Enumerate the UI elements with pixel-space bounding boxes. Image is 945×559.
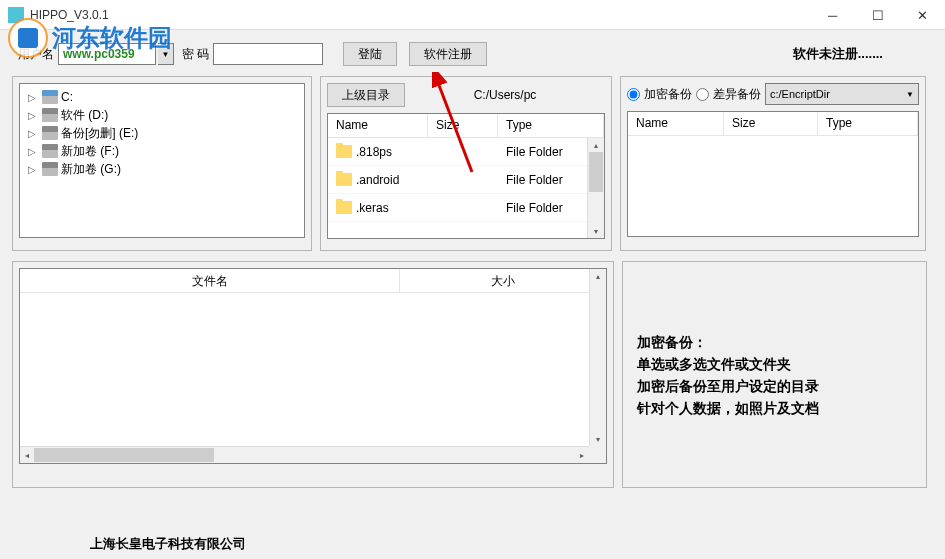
help-line: 加密后备份至用户设定的目录 (637, 375, 920, 397)
register-status: 软件未注册....... (793, 45, 883, 63)
help-line: 单选或多选文件或文件夹 (637, 353, 920, 375)
expand-icon[interactable]: ▷ (28, 110, 39, 121)
drive-panel: ▷ C: ▷ 软件 (D:) ▷ 备份[勿删] (E:) ▷ 新 (12, 76, 312, 251)
drive-item[interactable]: ▷ 软件 (D:) (22, 106, 302, 124)
drive-label: 新加卷 (F:) (61, 143, 119, 160)
file-name: .keras (356, 201, 389, 215)
folder-icon (336, 173, 352, 186)
minimize-button[interactable]: ─ (810, 0, 855, 30)
drive-label: 新加卷 (G:) (61, 161, 121, 178)
window-controls: ─ ☐ ✕ (810, 0, 945, 30)
scroll-down-icon[interactable]: ▾ (588, 224, 604, 238)
footer-company: 上海长皇电子科技有限公司 (90, 535, 246, 553)
table-header: 文件名 大小 (20, 269, 606, 293)
drive-icon (42, 144, 58, 158)
expand-icon[interactable]: ▷ (28, 146, 39, 157)
scroll-up-icon[interactable]: ▴ (590, 269, 606, 283)
radio-diff[interactable] (696, 88, 709, 101)
drive-label: C: (61, 90, 73, 104)
selection-table: 文件名 大小 ▴ ▾ ◂ ▸ (19, 268, 607, 464)
drive-icon (42, 90, 58, 104)
expand-icon[interactable]: ▷ (28, 128, 39, 139)
col-name[interactable]: Name (628, 112, 724, 135)
close-button[interactable]: ✕ (900, 0, 945, 30)
scrollbar-horizontal[interactable]: ◂ ▸ (20, 446, 589, 463)
dest-value: c:/EncriptDir (770, 88, 830, 100)
scroll-down-icon[interactable]: ▾ (590, 432, 606, 446)
scroll-up-icon[interactable]: ▴ (588, 138, 604, 152)
backup-table: Name Size Type (627, 111, 919, 237)
drive-icon (42, 162, 58, 176)
scrollbar-vertical[interactable]: ▴ ▾ (589, 269, 606, 446)
table-header: Name Size Type (628, 112, 918, 136)
col-filesize[interactable]: 大小 (400, 269, 606, 292)
drive-item[interactable]: ▷ C: (22, 88, 302, 106)
scroll-thumb[interactable] (34, 448, 214, 462)
password-label: 密 码 (182, 46, 209, 63)
drive-item[interactable]: ▷ 新加卷 (F:) (22, 142, 302, 160)
encrypt-backup-radio[interactable]: 加密备份 (627, 86, 692, 103)
scroll-right-icon[interactable]: ▸ (575, 447, 589, 463)
scroll-thumb[interactable] (589, 152, 603, 192)
drive-item[interactable]: ▷ 备份[勿删] (E:) (22, 124, 302, 142)
folder-icon (336, 145, 352, 158)
radio-encrypt[interactable] (627, 88, 640, 101)
register-button[interactable]: 软件注册 (409, 42, 487, 66)
watermark: 河东软件园 (8, 18, 172, 58)
help-text: 加密备份： 单选或多选文件或文件夹 加密后备份至用户设定的目录 针对个人数据，如… (629, 331, 920, 419)
drive-icon (42, 108, 58, 122)
file-name: .818ps (356, 145, 392, 159)
backup-panel: 加密备份 差异备份 c:/EncriptDir ▼ Name Size Type (620, 76, 926, 251)
password-input[interactable] (213, 43, 323, 65)
scrollbar-vertical[interactable]: ▴ ▾ (587, 138, 604, 238)
scroll-corner (589, 446, 606, 463)
watermark-text: 河东软件园 (52, 22, 172, 54)
col-name[interactable]: Name (328, 114, 428, 137)
login-button[interactable]: 登陆 (343, 42, 397, 66)
table-row[interactable]: .keras File Folder (328, 194, 604, 222)
up-dir-button[interactable]: 上级目录 (327, 83, 405, 107)
file-name: .android (356, 173, 399, 187)
maximize-button[interactable]: ☐ (855, 0, 900, 30)
drive-label: 软件 (D:) (61, 107, 108, 124)
drive-label: 备份[勿删] (E:) (61, 125, 138, 142)
expand-icon[interactable]: ▷ (28, 92, 39, 103)
help-panel: 加密备份： 单选或多选文件或文件夹 加密后备份至用户设定的目录 针对个人数据，如… (622, 261, 927, 488)
selection-panel: 文件名 大小 ▴ ▾ ◂ ▸ (12, 261, 614, 488)
col-type[interactable]: Type (818, 112, 918, 135)
browser-panel: 上级目录 C:/Users/pc Name Size Type .818ps F… (320, 76, 612, 251)
file-table: Name Size Type .818ps File Folder .andro… (327, 113, 605, 239)
table-row[interactable]: .android File Folder (328, 166, 604, 194)
drive-icon (42, 126, 58, 140)
scroll-left-icon[interactable]: ◂ (20, 447, 34, 463)
dest-select[interactable]: c:/EncriptDir ▼ (765, 83, 919, 105)
current-path: C:/Users/pc (405, 88, 605, 102)
col-filename[interactable]: 文件名 (20, 269, 400, 292)
help-line: 针对个人数据，如照片及文档 (637, 397, 920, 419)
drive-item[interactable]: ▷ 新加卷 (G:) (22, 160, 302, 178)
watermark-logo-icon (8, 18, 48, 58)
col-type[interactable]: Type (498, 114, 604, 137)
folder-icon (336, 201, 352, 214)
table-row[interactable]: .818ps File Folder (328, 138, 604, 166)
col-size[interactable]: Size (724, 112, 818, 135)
expand-icon[interactable]: ▷ (28, 164, 39, 175)
chevron-down-icon: ▼ (906, 90, 914, 99)
drive-tree[interactable]: ▷ C: ▷ 软件 (D:) ▷ 备份[勿删] (E:) ▷ 新 (19, 83, 305, 238)
diff-backup-radio[interactable]: 差异备份 (696, 86, 761, 103)
table-header: Name Size Type (328, 114, 604, 138)
help-title: 加密备份： (637, 331, 920, 353)
col-size[interactable]: Size (428, 114, 498, 137)
